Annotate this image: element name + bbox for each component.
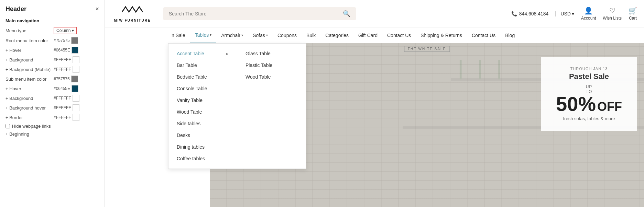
sub-bg-hover-value: #FFFFFF	[54, 105, 71, 110]
accent-table-label: Accent Table	[177, 51, 204, 56]
root-bg-mobile-row: + Background (Mobile) #FFFFFF	[6, 66, 99, 73]
hide-links-checkbox[interactable]	[6, 124, 10, 128]
nav-item-bulk[interactable]: Bulk	[302, 27, 320, 43]
nav-item-blog[interactable]: Blog	[500, 27, 520, 43]
root-bg-mobile-swatch[interactable]	[73, 66, 79, 73]
desks-label: Desks	[177, 133, 190, 138]
sub-hover-label: + Hover	[6, 86, 54, 91]
root-hover-swatch[interactable]	[72, 47, 78, 54]
sub-color-swatch[interactable]	[71, 76, 78, 82]
dropdown-arrow-icon: ▾	[72, 28, 74, 33]
beginning-row[interactable]: + Beginning	[6, 131, 99, 137]
dropdown-col-2: Glass Table Plastic Table Wood Table	[237, 44, 306, 169]
sub-bg-hover-row: + Background hover #FFFFFF	[6, 104, 99, 111]
cart-label: Cart	[629, 16, 637, 21]
root-bg-mobile-value: #FFFFFF	[54, 67, 71, 72]
plastic-table-label: Plastic Table	[245, 62, 272, 68]
phone-area: 📞 844.608.4184	[511, 11, 549, 16]
nav-item-sale[interactable]: n Sale	[167, 27, 190, 43]
nav-tables-label: Tables	[195, 32, 209, 38]
menu-type-label: Menu type	[6, 28, 54, 33]
logo-icon	[122, 5, 143, 18]
sub-bg-swatch[interactable]	[73, 95, 79, 102]
currency-selector[interactable]: USD ▾	[555, 11, 574, 16]
dropdown-console-table[interactable]: Console Table	[168, 83, 237, 94]
close-button[interactable]: ×	[95, 5, 99, 13]
site-header: MIW FURNITURE 🔍 📞 844.608.4184 USD ▾ 👤 A…	[105, 0, 644, 27]
dropdown-desks[interactable]: Desks	[168, 129, 237, 141]
glass-table-label: Glass Table	[245, 51, 271, 56]
root-color-swatch[interactable]	[71, 37, 78, 44]
sub-bg-label: + Background	[6, 96, 54, 101]
nav-item-coupons[interactable]: Coupons	[273, 27, 302, 43]
dropdown-dining-tables[interactable]: Dining tables	[168, 141, 237, 153]
sub-bg-row: + Background #FFFFFF	[6, 95, 99, 102]
bar-table-label: Bar Table	[177, 62, 197, 68]
dropdown-bar-table[interactable]: Bar Table	[168, 59, 237, 71]
dropdown-coffee-tables[interactable]: Coffee tables	[168, 153, 237, 164]
account-icon: 👤	[584, 7, 593, 15]
sub-hover-swatch[interactable]	[72, 85, 78, 92]
nav-gift-card-label: Gift Card	[358, 33, 378, 38]
currency-value: USD	[560, 11, 571, 16]
dropdown-wood-table-2[interactable]: Wood Table	[237, 71, 306, 83]
sub-bg-value: #FFFFFF	[54, 96, 71, 101]
cart-action[interactable]: 🛒 Cart	[629, 7, 637, 21]
hide-links-label: Hide webpage links	[12, 124, 51, 129]
search-icon: 🔍	[343, 10, 350, 17]
dropdown-col-1: Accent Table ▶ Bar Table Bedside Table C…	[168, 44, 237, 169]
header-settings-panel: Header × Main navigation Menu type Colum…	[0, 0, 105, 207]
root-bg-row: + Background #FFFFFF	[6, 56, 99, 63]
dropdown-wood-table[interactable]: Wood Table	[168, 106, 237, 118]
armchair-arrow-icon: ▾	[241, 33, 243, 37]
dropdown-side-tables[interactable]: Side tables	[168, 118, 237, 129]
tables-arrow-icon: ▾	[210, 33, 211, 37]
nav-item-gift-card[interactable]: Gift Card	[353, 27, 382, 43]
dropdown-accent-table[interactable]: Accent Table ▶	[168, 48, 237, 59]
hide-links-row: Hide webpage links	[6, 124, 99, 129]
dropdown-bedside-table[interactable]: Bedside Table	[168, 71, 237, 83]
phone-number: 844.608.4184	[519, 11, 549, 16]
nav-wrapper: n Sale Tables ▾ Armchair ▾ Sofas ▾ Coupo…	[105, 27, 644, 43]
vanity-table-label: Vanity Table	[177, 97, 203, 103]
dropdown-glass-table[interactable]: Glass Table	[237, 48, 306, 59]
sub-border-swatch[interactable]	[73, 114, 79, 121]
nav-item-tables[interactable]: Tables ▾	[190, 27, 216, 43]
nav-armchair-label: Armchair	[221, 33, 240, 38]
nav-item-armchair[interactable]: Armchair ▾	[216, 27, 248, 43]
sub-border-label: + Border	[6, 115, 54, 120]
sofas-arrow-icon: ▾	[266, 33, 268, 37]
coffee-tables-label: Coffee tables	[177, 156, 205, 161]
console-table-label: Console Table	[177, 86, 207, 91]
account-action[interactable]: 👤 Account	[581, 7, 596, 21]
account-label: Account	[581, 16, 596, 21]
root-bg-swatch[interactable]	[73, 56, 79, 63]
logo[interactable]: MIW FURNITURE	[112, 5, 153, 22]
side-tables-label: Side tables	[177, 121, 200, 126]
nav-shipping-label: Shipping & Returns	[421, 33, 462, 38]
nav-sale-label: n Sale	[172, 33, 185, 38]
dropdown-plastic-table[interactable]: Plastic Table	[237, 59, 306, 71]
nav-item-shipping[interactable]: Shipping & Returns	[416, 27, 467, 43]
nav-item-contact-1[interactable]: Contact Us	[382, 27, 416, 43]
sub-bg-hover-swatch[interactable]	[73, 104, 79, 111]
search-input[interactable]	[169, 11, 343, 16]
sub-color-value: #757575	[54, 77, 70, 81]
sub-border-value: #FFFFFF	[54, 115, 71, 120]
nav-item-categories[interactable]: Categories	[320, 27, 353, 43]
search-button[interactable]: 🔍	[343, 10, 350, 18]
nav-blog-label: Blog	[505, 33, 515, 38]
nav-bulk-label: Bulk	[306, 33, 316, 38]
menu-type-select[interactable]: Column ▾	[54, 27, 77, 34]
nav-item-sofas[interactable]: Sofas ▾	[248, 27, 273, 43]
sub-bg-hover-label: + Background hover	[6, 105, 54, 111]
nav-item-contact-2[interactable]: Contact Us	[467, 27, 500, 43]
nav-contact-1-label: Contact Us	[387, 33, 411, 38]
wishlist-action[interactable]: ♡ Wish Lists	[603, 7, 622, 21]
menu-type-row: Menu type Column ▾	[6, 27, 99, 34]
beginning-label: + Beginning	[6, 131, 29, 137]
nav-sofas-label: Sofas	[253, 33, 265, 38]
root-color-row: Root menu item color #757575	[6, 37, 99, 44]
dropdown-vanity-table[interactable]: Vanity Table	[168, 94, 237, 106]
search-bar: 🔍	[163, 7, 356, 20]
